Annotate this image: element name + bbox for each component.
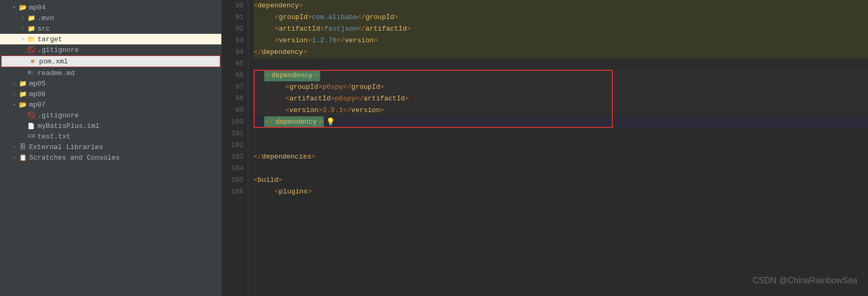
tree-item-scratches[interactable]: 📋 Scratches and Consoles xyxy=(0,152,221,163)
arrow-mvn xyxy=(19,15,26,21)
ln-91: 91 xyxy=(222,12,244,23)
ln-105: 105 xyxy=(222,174,244,186)
ln-90: 90 xyxy=(222,0,244,12)
code-line-91: <groupId>com.alibaba</groupId> xyxy=(254,12,868,23)
tree-item-extlib[interactable]: 🗄 External Libraries xyxy=(0,142,221,152)
ln-106: 106 xyxy=(222,186,244,198)
tree-item-target[interactable]: 📁 target xyxy=(0,34,221,44)
sidebar: 📂 mp04 📁 .mvn 📁 src 📁 target 🚫 .gitignor… xyxy=(0,0,222,296)
label-readme: readme.md xyxy=(38,69,221,77)
editor-content: 90 91 92 93 94 95 96 97 98 99 100 101 10… xyxy=(222,0,868,296)
tree-item-mybatisplus[interactable]: 📄 myBatisPlus.iml xyxy=(0,121,221,131)
ln-100: 100 xyxy=(222,116,244,128)
code-line-105: <build> xyxy=(254,174,868,186)
folder-icon-src: 📁 xyxy=(26,24,36,33)
ln-95: 95 xyxy=(222,58,244,70)
label-gitignore: .gitignore xyxy=(38,46,221,54)
code-line-103: </dependencies> xyxy=(254,151,868,163)
ln-93: 93 xyxy=(222,35,244,47)
watermark: CSDN @ChinaRainbowSea xyxy=(752,276,857,285)
arrow-scratches xyxy=(11,155,18,161)
label-scratches: Scratches and Consoles xyxy=(29,154,221,162)
ln-98: 98 xyxy=(222,93,244,105)
folder-icon-target: 📁 xyxy=(26,35,36,43)
no-icon-gitignore2: 🚫 xyxy=(26,111,36,119)
tree-item-mp06[interactable]: 📁~ mp06 xyxy=(0,89,221,99)
tree-item-readme[interactable]: M↓ readme.md xyxy=(0,68,221,78)
lines-icon-test: ≡ xyxy=(26,132,36,141)
bulb-icon: 💡 xyxy=(326,116,335,128)
arrow-mp06 xyxy=(11,91,18,97)
tree-item-mvn[interactable]: 📁 .mvn xyxy=(0,13,221,23)
label-mybatisplus: myBatisPlus.iml xyxy=(38,122,221,130)
ln-96: 96 xyxy=(222,70,244,81)
label-test: test.txt xyxy=(38,133,221,141)
code-line-90: <dependency> xyxy=(254,0,868,12)
ln-99: 99 xyxy=(222,105,244,116)
arrow-src xyxy=(19,26,26,32)
ln-102: 102 xyxy=(222,140,244,151)
ln-101: 101 xyxy=(222,128,244,140)
code-line-94: </dependency> xyxy=(254,47,868,58)
ln-94: 94 xyxy=(222,47,244,58)
folder-icon-mp06: 📁~ xyxy=(18,90,27,98)
label-extlib: External Libraries xyxy=(29,143,221,151)
folder-icon-mvn: 📁 xyxy=(26,14,36,22)
maven-icon-pom: m xyxy=(28,57,38,66)
label-mvn: .mvn xyxy=(38,14,221,22)
folder-open-icon-mp07: 📂 xyxy=(18,100,27,109)
tree-item-mp04[interactable]: 📂 mp04 xyxy=(0,2,221,13)
scratch-icon: 📋 xyxy=(18,153,27,162)
label-pom: pom.xml xyxy=(39,58,220,66)
tree-item-test[interactable]: ≡ test.txt xyxy=(0,131,221,142)
code-area[interactable]: <dependency> <groupId>com.alibaba</group… xyxy=(248,0,868,296)
code-line-93: <version>1.2.76</version> xyxy=(254,35,868,47)
code-line-97: <groupId>p6spy</groupId> xyxy=(254,81,868,93)
no-icon-gitignore: 🚫 xyxy=(26,45,36,54)
tree-item-gitignore[interactable]: 🚫 .gitignore xyxy=(0,44,221,55)
ln-104: 104 xyxy=(222,163,244,174)
editor: 90 91 92 93 94 95 96 97 98 99 100 101 10… xyxy=(222,0,868,296)
label-mp06: mp06 xyxy=(29,90,221,98)
line-numbers: 90 91 92 93 94 95 96 97 98 99 100 101 10… xyxy=(222,0,248,296)
tree-item-mp05[interactable]: 📁 mp05 xyxy=(0,78,221,89)
code-line-100: </dependency> 💡 xyxy=(254,116,868,128)
code-line-102 xyxy=(254,140,868,151)
tree-item-mp07[interactable]: 📂 mp07 xyxy=(0,99,221,110)
code-line-95 xyxy=(254,58,868,70)
ln-97: 97 xyxy=(222,81,244,93)
arrow-mp04 xyxy=(11,4,18,11)
tree-item-src[interactable]: 📁 src xyxy=(0,23,221,34)
tree-item-gitignore2[interactable]: 🚫 .gitignore xyxy=(0,110,221,121)
file-icon-mybatisplus: 📄 xyxy=(26,122,36,130)
ln-92: 92 xyxy=(222,23,244,35)
code-line-101 xyxy=(254,128,868,140)
code-line-96: <dependency> xyxy=(254,70,868,81)
label-mp07: mp07 xyxy=(29,101,221,109)
code-line-92: <artifactId>fastjson</artifactId> xyxy=(254,23,868,35)
folder-icon-mp05: 📁 xyxy=(18,79,27,88)
label-mp04: mp04 xyxy=(29,4,221,12)
label-mp05: mp05 xyxy=(29,80,221,88)
extlib-icon: 🗄 xyxy=(18,143,27,151)
markdown-icon-readme: M↓ xyxy=(26,69,36,77)
label-src: src xyxy=(38,25,221,33)
code-line-98: <artifactId>p6spy</artifactId> xyxy=(254,93,868,105)
code-line-104 xyxy=(254,163,868,174)
ln-103: 103 xyxy=(222,151,244,163)
file-tree: 📂 mp04 📁 .mvn 📁 src 📁 target 🚫 .gitignor… xyxy=(0,0,221,296)
code-line-106: <plugins> xyxy=(254,186,868,198)
code-line-99: <version>3.9.1</version> xyxy=(254,105,868,116)
folder-open-icon-mp04: 📂 xyxy=(18,3,27,12)
arrow-mp05 xyxy=(11,81,18,87)
label-gitignore2: .gitignore xyxy=(38,112,221,119)
label-target: target xyxy=(38,35,221,43)
arrow-target xyxy=(19,36,26,42)
arrow-extlib xyxy=(11,144,18,150)
arrow-mp07 xyxy=(11,101,18,108)
tree-item-pom[interactable]: m pom.xml xyxy=(1,56,220,67)
